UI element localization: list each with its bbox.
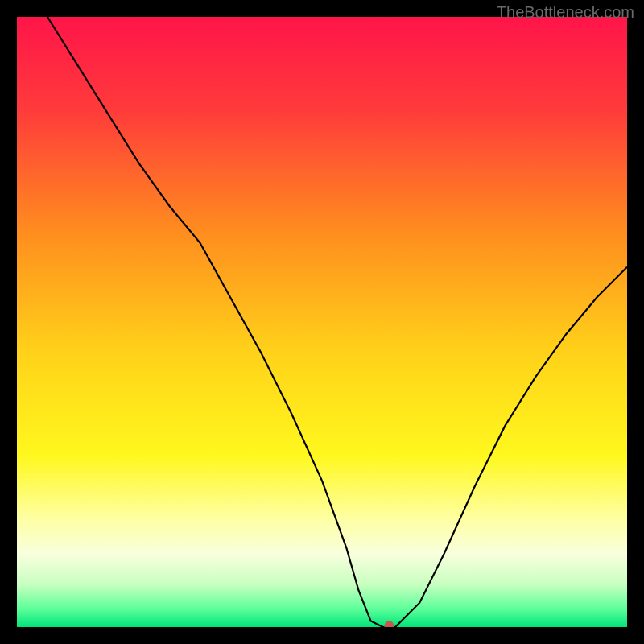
watermark-text: TheBottleneck.com xyxy=(497,3,634,22)
chart-svg xyxy=(17,17,627,627)
gradient-background xyxy=(17,17,627,627)
plot-area xyxy=(17,17,627,627)
chart-container: TheBottleneck.com xyxy=(0,0,644,644)
